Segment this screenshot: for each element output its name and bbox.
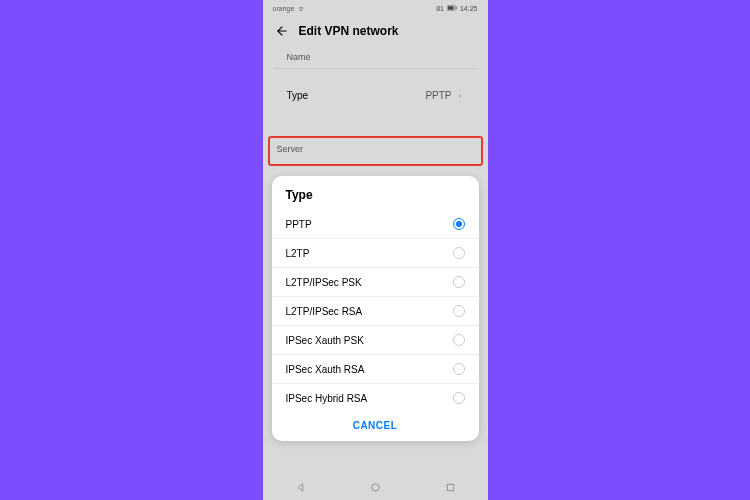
nav-home-icon[interactable]: [370, 482, 381, 493]
navigation-bar: [263, 474, 488, 500]
nav-recent-icon[interactable]: [445, 482, 456, 493]
back-arrow-icon[interactable]: [275, 24, 289, 38]
cancel-button[interactable]: CANCEL: [272, 412, 479, 441]
status-bar: orange 81 14:25: [263, 0, 488, 16]
header: Edit VPN network: [263, 16, 488, 44]
server-label: Server: [277, 144, 304, 154]
type-option[interactable]: IPSec Xauth RSA: [272, 355, 479, 384]
type-option[interactable]: L2TP/IPSec RSA: [272, 297, 479, 326]
radio-icon: [453, 363, 465, 375]
clock-text: 14:25: [460, 5, 478, 12]
type-row[interactable]: Type PPTP: [273, 81, 478, 110]
radio-icon: [453, 247, 465, 259]
type-option[interactable]: L2TP: [272, 239, 479, 268]
modal-options: PPTPL2TPL2TP/IPSec PSKL2TP/IPSec RSAIPSe…: [272, 210, 479, 412]
type-option-label: IPSec Xauth RSA: [286, 364, 365, 375]
type-option-label: IPSec Xauth PSK: [286, 335, 364, 346]
radio-icon: [453, 218, 465, 230]
status-right: 81 14:25: [436, 5, 477, 12]
type-value-wrap: PPTP: [425, 90, 463, 101]
radio-icon: [453, 334, 465, 346]
page-title: Edit VPN network: [299, 24, 399, 38]
type-label: Type: [287, 90, 309, 101]
svg-point-4: [371, 483, 378, 490]
radio-icon: [453, 276, 465, 288]
carrier-text: orange: [273, 5, 295, 12]
type-option-label: L2TP/IPSec RSA: [286, 306, 363, 317]
type-modal: Type PPTPL2TPL2TP/IPSec PSKL2TP/IPSec RS…: [272, 176, 479, 441]
chevron-right-icon: [456, 92, 464, 100]
phone-frame: orange 81 14:25 Edit VPN network Name Ty…: [263, 0, 488, 500]
svg-rect-2: [448, 6, 454, 9]
type-option-label: IPSec Hybrid RSA: [286, 393, 368, 404]
type-option-label: L2TP/IPSec PSK: [286, 277, 362, 288]
svg-rect-3: [456, 7, 457, 10]
type-value: PPTP: [425, 90, 451, 101]
wifi-icon: [297, 4, 305, 12]
type-option[interactable]: L2TP/IPSec PSK: [272, 268, 479, 297]
type-option-label: PPTP: [286, 219, 312, 230]
name-label: Name: [287, 52, 464, 62]
battery-icon: [447, 5, 457, 11]
type-option-label: L2TP: [286, 248, 310, 259]
type-option[interactable]: IPSec Xauth PSK: [272, 326, 479, 355]
battery-text: 81: [436, 5, 444, 12]
modal-title: Type: [272, 184, 479, 210]
svg-point-0: [301, 10, 302, 11]
status-left: orange: [273, 4, 306, 12]
type-option[interactable]: PPTP: [272, 210, 479, 239]
type-option[interactable]: IPSec Hybrid RSA: [272, 384, 479, 412]
radio-icon: [453, 305, 465, 317]
name-field[interactable]: Name: [273, 44, 478, 69]
svg-rect-5: [447, 484, 453, 490]
nav-back-icon[interactable]: [295, 482, 306, 493]
radio-icon: [453, 392, 465, 404]
